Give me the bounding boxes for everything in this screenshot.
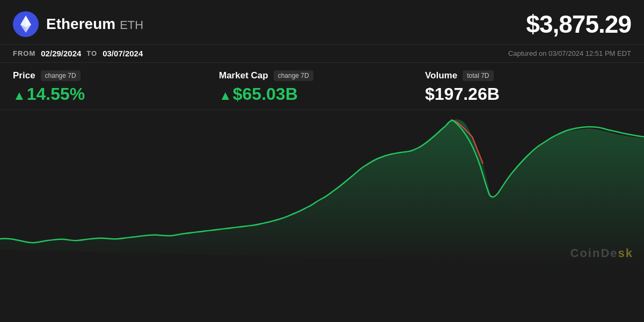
price-badge: change 7D bbox=[41, 70, 80, 81]
date-range: FROM 02/29/2024 TO 03/07/2024 bbox=[13, 49, 143, 58]
marketcap-metric: Market Cap change 7D ▲$65.03B bbox=[219, 70, 425, 104]
price-arrow: ▲ bbox=[13, 88, 26, 103]
price-chart bbox=[0, 110, 644, 266]
metrics-row: Price change 7D ▲14.55% Market Cap chang… bbox=[0, 63, 644, 110]
volume-value: $197.26B bbox=[425, 84, 631, 104]
chart-area: CoinDesk bbox=[0, 110, 644, 266]
to-date: 03/07/2024 bbox=[103, 49, 143, 58]
coin-info: EthereumETH bbox=[13, 11, 143, 37]
from-label: FROM bbox=[13, 49, 35, 57]
ethereum-logo bbox=[13, 11, 39, 37]
volume-badge: total 7D bbox=[463, 70, 493, 81]
to-label: TO bbox=[86, 49, 97, 57]
coin-name-block: EthereumETH bbox=[46, 16, 143, 33]
watermark: CoinDesk bbox=[570, 246, 633, 260]
price-label: Price bbox=[13, 70, 35, 81]
marketcap-label: Market Cap bbox=[219, 70, 268, 81]
date-row: FROM 02/29/2024 TO 03/07/2024 Captured o… bbox=[0, 45, 644, 63]
price-change: 14.55% bbox=[27, 84, 85, 104]
marketcap-badge: change 7D bbox=[274, 70, 313, 81]
marketcap-change: $65.03B bbox=[233, 84, 298, 104]
marketcap-value: ▲$65.03B bbox=[219, 84, 425, 104]
price-title-row: Price change 7D bbox=[13, 70, 219, 81]
current-price: $3,875.29 bbox=[526, 10, 631, 39]
watermark-gold: sk bbox=[618, 246, 633, 260]
watermark-white: CoinDe bbox=[570, 246, 618, 260]
volume-metric: Volume total 7D $197.26B bbox=[425, 70, 631, 104]
volume-label: Volume bbox=[425, 70, 457, 81]
coin-ticker: ETH bbox=[120, 18, 143, 32]
marketcap-arrow: ▲ bbox=[219, 88, 232, 103]
coin-name: Ethereum bbox=[46, 16, 115, 32]
marketcap-title-row: Market Cap change 7D bbox=[219, 70, 425, 81]
price-value: ▲14.55% bbox=[13, 84, 219, 104]
header: EthereumETH $3,875.29 bbox=[0, 0, 644, 45]
captured-text: Captured on 03/07/2024 12:51 PM EDT bbox=[508, 49, 631, 57]
price-metric: Price change 7D ▲14.55% bbox=[13, 70, 219, 104]
volume-title-row: Volume total 7D bbox=[425, 70, 631, 81]
from-date: 02/29/2024 bbox=[41, 49, 81, 58]
